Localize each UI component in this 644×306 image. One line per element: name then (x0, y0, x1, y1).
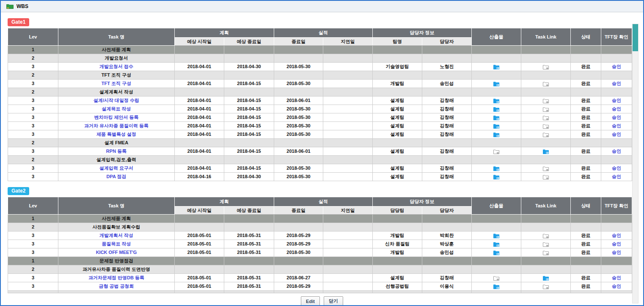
col-header-actual-end: 종료일 (274, 207, 323, 215)
tft-approve-link[interactable]: 승인 (612, 250, 621, 255)
delay-cell (323, 105, 373, 113)
task-name-link[interactable]: 제품 특별특성 설정 (96, 132, 136, 137)
empty-cell (472, 71, 521, 80)
task-name-link[interactable]: 벤치마킹 제안서 등록 (94, 115, 138, 120)
tft-approve-link[interactable]: 승인 (612, 115, 621, 120)
task-link-folder-gray-icon[interactable] (542, 98, 549, 104)
task-link-folder-gray-icon[interactable] (542, 284, 549, 289)
scrollbar-thumb[interactable] (633, 24, 638, 51)
status-cell: 완료 (571, 80, 601, 88)
tft-approve-link[interactable]: 승인 (612, 233, 621, 238)
status-cell: 완료 (571, 240, 601, 248)
task-name-link[interactable]: RPN 등록 (106, 149, 127, 154)
tft-approve-link[interactable]: 승인 (612, 174, 621, 179)
task-name-link[interactable]: 개발계획서 작성 (99, 233, 133, 238)
tft-approve-link[interactable]: 승인 (612, 241, 621, 246)
task-name-link[interactable]: TFT 조직 구성 (102, 81, 131, 86)
task-name-link[interactable]: 금형 공법 공청회 (99, 284, 134, 289)
task-link-folder-gray-icon[interactable] (542, 233, 549, 239)
output-folder-blue-icon[interactable] (493, 81, 500, 87)
owner-cell: 김창래 (422, 173, 472, 181)
empty-cell (175, 265, 224, 274)
empty-cell (224, 156, 274, 164)
task-link-folder-gray-icon[interactable] (542, 115, 549, 121)
tft-approve-link[interactable]: 승인 (612, 165, 621, 171)
edit-button[interactable]: Edit (301, 296, 320, 306)
tft-approve-link[interactable]: 승인 (612, 123, 621, 128)
task-link-folder-blue-icon[interactable] (542, 149, 549, 154)
task-link-folder-gray-icon[interactable] (542, 64, 549, 70)
task-name-link[interactable]: DPA 점검 (106, 174, 126, 179)
task-name-link[interactable]: 개발요청서 접수 (99, 64, 133, 69)
owner-cell: 송민섭 (422, 248, 472, 257)
task-link-folder-gray-icon[interactable] (542, 250, 549, 256)
tft-approve-link[interactable]: 승인 (612, 106, 621, 111)
tft-approve-link[interactable]: 승인 (612, 64, 621, 69)
output-folder-blue-icon[interactable] (493, 98, 500, 104)
output-folder-blue-icon[interactable] (493, 242, 500, 247)
output-cell (472, 240, 521, 248)
output-folder-blue-icon[interactable] (493, 132, 500, 138)
task-name-cell: 사전품질확보 계획수립 (58, 223, 175, 232)
lev-cell: 3 (8, 274, 58, 282)
output-folder-blue-icon[interactable] (493, 115, 500, 121)
empty-cell (601, 46, 632, 54)
task-link-folder-gray-icon[interactable] (542, 242, 549, 247)
col-group-owner-info: 담당자 정보 (373, 197, 472, 207)
task-link-folder-gray-icon[interactable] (542, 107, 549, 112)
status-cell: 완료 (571, 282, 601, 291)
col-header-team: 팀명 (373, 38, 422, 46)
tft-approve-link[interactable]: 승인 (612, 275, 621, 280)
task-link-folder-gray-icon[interactable] (542, 174, 549, 180)
tft-approve-link[interactable]: 승인 (612, 81, 621, 86)
plan-end-cell: 2018-04-15 (224, 113, 274, 122)
empty-cell (521, 265, 571, 274)
actual-end-cell: 2018-05-30 (274, 173, 323, 181)
task-name-link[interactable]: 설계목표 작성 (102, 106, 131, 111)
task-name-link[interactable]: 설계입력 요구서 (99, 165, 133, 171)
group-row: 2 설계계획서 작성 (8, 88, 632, 96)
col-header-output: 산출물 (472, 28, 521, 46)
output-folder-gray-icon[interactable] (493, 276, 500, 281)
output-folder-blue-icon[interactable] (493, 174, 500, 180)
task-link-cell (521, 147, 571, 156)
lev-cell: 3 (8, 240, 58, 248)
col-header-plan-start: 예상 시작일 (175, 38, 224, 46)
task-link-cell (521, 164, 571, 173)
tft-approve-link[interactable]: 승인 (612, 284, 621, 289)
tft-approve-link[interactable]: 승인 (612, 132, 621, 137)
lev-cell: 1 (8, 46, 58, 54)
tft-approve-link[interactable]: 승인 (612, 149, 621, 154)
team-cell: 기술영업팀 (373, 63, 422, 71)
output-folder-gray-icon[interactable] (493, 149, 500, 154)
task-link-folder-gray-icon[interactable] (542, 166, 549, 171)
task-name-link[interactable]: 과거차문제점 반영DB 등록 (88, 275, 144, 280)
task-link-folder-blue-icon[interactable] (542, 276, 549, 281)
empty-cell (323, 139, 373, 147)
close-button[interactable]: 닫기 (324, 296, 343, 306)
task-name-link[interactable]: 설계/시작 대일정 수립 (94, 98, 139, 103)
task-link-cell (521, 122, 571, 130)
output-folder-blue-icon[interactable] (493, 107, 500, 112)
task-link-folder-gray-icon[interactable] (542, 132, 549, 138)
output-folder-blue-icon[interactable] (493, 166, 500, 171)
output-folder-blue-icon[interactable] (493, 64, 500, 70)
empty-cell (373, 223, 422, 232)
tft-approve-link[interactable]: 승인 (612, 98, 621, 103)
output-folder-blue-icon[interactable] (493, 233, 500, 239)
empty-cell (601, 265, 632, 274)
output-folder-blue-icon[interactable] (493, 250, 500, 256)
vertical-scrollbar[interactable] (632, 24, 638, 303)
task-name-link[interactable]: 과거차 유사차종 품질이력 등록 (84, 123, 149, 128)
output-folder-blue-icon[interactable] (493, 284, 500, 289)
output-folder-blue-icon[interactable] (493, 124, 500, 129)
task-name-link[interactable]: 품질목표 작성 (102, 241, 131, 246)
task-name-link[interactable]: KICK OFF MEET'G (96, 250, 137, 255)
task-link-folder-gray-icon[interactable] (542, 124, 549, 129)
task-row: 3 개발요청서 접수 2018-04-01 2018-04-30 2018-05… (8, 63, 632, 71)
output-cell (472, 130, 521, 139)
group-row: 2 설계 FMEA (8, 139, 632, 147)
col-header-output: 산출물 (472, 197, 521, 215)
col-header-task-link: Task Link (521, 28, 571, 46)
task-link-folder-gray-icon[interactable] (542, 81, 549, 87)
